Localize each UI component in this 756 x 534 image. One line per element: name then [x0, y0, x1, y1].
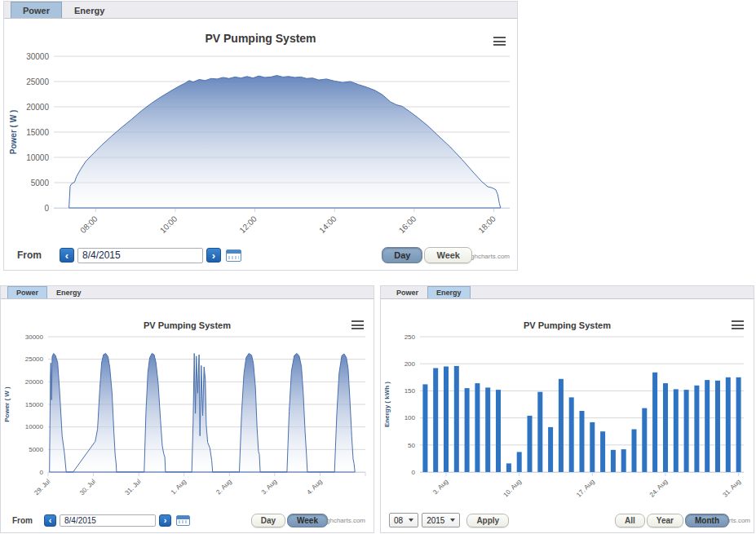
tab-energy[interactable]: Energy — [62, 2, 117, 18]
svg-text:08:00: 08:00 — [78, 214, 99, 235]
svg-text:150: 150 — [405, 387, 416, 395]
svg-text:0: 0 — [40, 469, 44, 476]
power-week-chart: 05000100001500020000250003000029. Jul30.… — [1, 309, 374, 513]
chart-footer-controls: From ‹ › Day Week — [1, 511, 374, 529]
apply-button[interactable]: Apply — [466, 514, 509, 527]
next-date-button[interactable]: › — [206, 248, 221, 263]
svg-text:4. Aug: 4. Aug — [305, 478, 323, 496]
prev-date-button[interactable]: ‹ — [60, 248, 74, 263]
svg-text:16:00: 16:00 — [397, 214, 418, 235]
svg-text:29. Jul: 29. Jul — [33, 478, 51, 496]
chevron-left-icon: ‹ — [49, 515, 52, 525]
chart-container: PV Pumping System 0501001502002503. Aug1… — [381, 299, 754, 533]
year-range-button[interactable]: Year — [647, 514, 683, 527]
week-range-button[interactable]: Week — [287, 514, 328, 527]
tab-energy-label: Energy — [56, 289, 82, 297]
svg-text:24. Aug: 24. Aug — [648, 478, 670, 499]
svg-text:17. Aug: 17. Aug — [575, 478, 596, 499]
svg-text:1. Aug: 1. Aug — [170, 478, 188, 496]
svg-text:Power ( W ): Power ( W ) — [9, 110, 18, 154]
range-button-group: Day Week — [251, 514, 328, 527]
svg-text:15000: 15000 — [25, 401, 44, 408]
date-input[interactable] — [77, 248, 203, 263]
svg-text:10000: 10000 — [26, 153, 49, 162]
chart-footer-controls: 08 2015 Apply All Year Month — [381, 511, 754, 529]
svg-text:30. Jul: 30. Jul — [78, 478, 97, 496]
svg-text:3. Aug: 3. Aug — [431, 478, 449, 496]
range-button-group: All Year Month — [615, 514, 729, 527]
chevron-right-icon: › — [212, 249, 215, 262]
svg-text:18:00: 18:00 — [476, 214, 497, 235]
svg-text:250: 250 — [405, 333, 416, 341]
range-button-group: Day Week — [382, 247, 472, 263]
tab-energy[interactable]: Energy — [427, 286, 471, 298]
svg-text:10000: 10000 — [25, 423, 44, 430]
prev-date-button[interactable]: ‹ — [44, 514, 56, 527]
chart-container: PV Pumping System 0500010000150002000025… — [1, 299, 374, 533]
svg-text:Power ( W ): Power ( W ) — [3, 386, 11, 422]
tab-energy-label: Energy — [74, 6, 104, 15]
calendar-icon[interactable] — [176, 515, 190, 526]
svg-text:50: 50 — [408, 442, 415, 449]
tab-power[interactable]: Power — [7, 286, 47, 298]
calendar-icon[interactable] — [226, 249, 241, 262]
month-select-value: 08 — [394, 516, 403, 525]
day-range-button[interactable]: Day — [382, 247, 422, 263]
tabbar: Power Energy — [4, 2, 517, 19]
from-label: From — [12, 516, 33, 525]
tabbar: Power Energy — [1, 286, 374, 299]
svg-text:2. Aug: 2. Aug — [214, 478, 232, 496]
dropdown-arrow-icon — [450, 519, 455, 522]
svg-text:10. Aug: 10. Aug — [502, 478, 524, 499]
energy-month-chart: 0501001502002503. Aug10. Aug17. Aug24. A… — [381, 309, 754, 513]
svg-text:15000: 15000 — [26, 128, 49, 137]
chevron-left-icon: ‹ — [65, 249, 69, 262]
tab-energy-label: Energy — [436, 289, 462, 297]
month-range-button[interactable]: Month — [685, 514, 729, 527]
svg-text:100: 100 — [405, 414, 416, 421]
week-range-button[interactable]: Week — [424, 247, 472, 263]
svg-text:31. Jul: 31. Jul — [124, 478, 143, 496]
next-date-button[interactable]: › — [159, 514, 171, 527]
month-select[interactable]: 08 — [389, 513, 418, 527]
chevron-right-icon: › — [164, 515, 167, 525]
chart-container: PV Pumping System 0500010000150002000025… — [4, 19, 517, 271]
energy-month-panel: Power Energy PV Pumping System 050100150… — [380, 285, 754, 533]
tab-power[interactable]: Power — [11, 2, 62, 18]
date-input[interactable] — [60, 514, 156, 527]
tab-power-label: Power — [16, 289, 38, 297]
tab-power[interactable]: Power — [387, 286, 427, 298]
svg-text:30000: 30000 — [25, 333, 44, 341]
svg-text:25000: 25000 — [26, 77, 49, 86]
chart-footer-controls: From ‹ › Day Week — [4, 245, 517, 266]
svg-text:200: 200 — [405, 360, 416, 368]
svg-text:20000: 20000 — [26, 103, 49, 112]
svg-text:5000: 5000 — [29, 446, 43, 453]
year-select[interactable]: 2015 — [422, 513, 460, 527]
svg-text:31. Aug: 31. Aug — [721, 478, 742, 499]
svg-text:30000: 30000 — [26, 52, 49, 61]
svg-text:0: 0 — [412, 469, 416, 476]
tabbar: Power Energy — [381, 286, 754, 299]
year-select-value: 2015 — [427, 516, 444, 525]
svg-text:5000: 5000 — [31, 179, 50, 188]
all-range-button[interactable]: All — [615, 514, 645, 527]
tab-power-label: Power — [396, 289, 418, 297]
dropdown-arrow-icon — [409, 519, 413, 522]
svg-text:12:00: 12:00 — [237, 214, 259, 235]
power-day-panel: Power Energy PV Pumping System 050001000… — [3, 1, 518, 271]
power-day-chart: 05000100001500020000250003000008:0010:00… — [5, 38, 516, 244]
tab-energy[interactable]: Energy — [47, 286, 91, 298]
svg-text:10:00: 10:00 — [158, 214, 179, 235]
svg-text:20000: 20000 — [25, 378, 44, 386]
tab-power-label: Power — [23, 6, 50, 15]
svg-text:3. Aug: 3. Aug — [260, 478, 278, 496]
svg-text:Energy ( kWh ): Energy ( kWh ) — [383, 382, 391, 427]
day-range-button[interactable]: Day — [251, 514, 285, 527]
svg-text:25000: 25000 — [25, 355, 44, 363]
svg-text:14:00: 14:00 — [317, 214, 338, 235]
power-week-panel: Power Energy PV Pumping System 050001000… — [0, 285, 374, 533]
svg-text:0: 0 — [44, 204, 49, 213]
from-label: From — [17, 249, 42, 261]
